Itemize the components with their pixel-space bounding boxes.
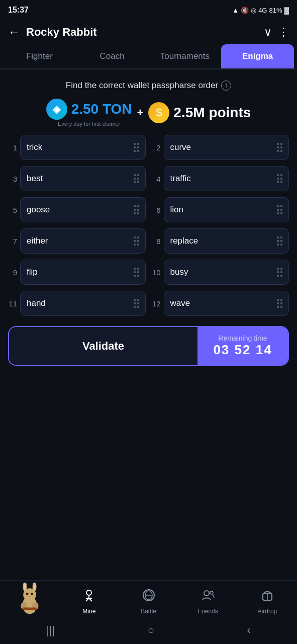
points-reward: $ 2.5M points: [148, 102, 251, 123]
ton-amount: 2.50 TON: [71, 101, 132, 117]
word-box-3[interactable]: best: [20, 166, 146, 191]
word-box-9[interactable]: flip: [20, 260, 146, 285]
word-box-6[interactable]: lion: [164, 197, 289, 222]
word-num-7: 7: [8, 237, 17, 246]
drag-icon-2: [277, 143, 282, 152]
word-cell-8: 8 replace: [152, 228, 289, 254]
tabs-bar: Fighter Coach Tournaments Enigma: [0, 44, 297, 69]
tab-tournaments[interactable]: Tournaments: [149, 44, 222, 68]
drag-icon-8: [277, 236, 282, 246]
word-text-6: lion: [170, 205, 183, 215]
tab-fighter[interactable]: Fighter: [3, 44, 76, 68]
points-amount: 2.5M points: [173, 105, 251, 121]
svg-point-7: [31, 593, 33, 595]
drag-icon-4: [277, 174, 282, 183]
svg-point-5: [33, 583, 36, 590]
svg-point-20: [204, 591, 209, 596]
word-text-7: either: [27, 236, 48, 246]
friends-icon: [201, 588, 215, 606]
nav-item-mascot[interactable]: [0, 585, 59, 617]
mine-label: Mine: [82, 608, 95, 615]
word-box-8[interactable]: replace: [164, 228, 289, 254]
status-wifi-icon: ◎: [251, 7, 256, 14]
status-icons: ▲ 🔇 ◎ 4G 81% ▓: [232, 7, 289, 14]
info-icon[interactable]: i: [221, 80, 231, 91]
enigma-title: Find the correct wallet passpharse order…: [8, 80, 289, 91]
drag-icon-9: [134, 268, 139, 277]
battle-label: Battle: [141, 608, 156, 615]
timer-value: 03 52 14: [213, 342, 272, 358]
svg-rect-11: [23, 608, 37, 610]
friends-label: Friends: [198, 608, 218, 615]
word-box-7[interactable]: either: [20, 228, 146, 254]
nav-item-friends[interactable]: Friends: [178, 586, 238, 617]
word-num-2: 2: [152, 143, 161, 152]
drag-icon-5: [134, 205, 139, 214]
word-text-11: hand: [27, 298, 46, 308]
header: ← Rocky Rabbit ∨ ⋮: [0, 20, 297, 44]
word-box-5[interactable]: goose: [20, 197, 146, 222]
svg-point-12: [86, 590, 91, 595]
word-num-5: 5: [8, 206, 17, 214]
drag-icon-10: [277, 268, 282, 277]
word-cell-1: 1 trick: [8, 135, 146, 160]
chevron-down-icon[interactable]: ∨: [264, 26, 272, 39]
word-text-10: busy: [170, 267, 188, 277]
word-box-11[interactable]: hand: [20, 291, 146, 316]
ton-sub: Every day for first claimer: [58, 121, 120, 127]
android-back-btn[interactable]: ‹: [247, 624, 250, 637]
android-home-btn[interactable]: ○: [148, 624, 154, 637]
android-menu-btn[interactable]: |||: [46, 624, 55, 637]
mascot-icon: [14, 583, 46, 615]
svg-point-6: [26, 593, 29, 595]
status-battery-icon: ▓: [284, 7, 289, 14]
word-num-6: 6: [152, 206, 161, 214]
airdrop-label: Airdrop: [258, 608, 277, 615]
validate-row: Validate Remaining time 03 52 14: [8, 326, 289, 366]
word-cell-2: 2 curve: [152, 135, 289, 160]
tab-enigma[interactable]: Enigma: [221, 44, 294, 68]
word-cell-7: 7 either: [8, 228, 146, 254]
ton-icon: ◈: [46, 99, 67, 120]
word-box-4[interactable]: traffic: [164, 166, 289, 191]
word-text-1: trick: [27, 142, 42, 152]
status-battery: 81%: [269, 7, 282, 14]
enigma-content: Find the correct wallet passpharse order…: [0, 71, 297, 580]
ton-reward: ◈ 2.50 TON Every day for first claimer: [46, 99, 132, 127]
word-num-10: 10: [152, 268, 161, 277]
drag-icon-11: [134, 299, 139, 308]
nav-item-airdrop[interactable]: Airdrop: [238, 586, 297, 617]
more-options-icon[interactable]: ⋮: [278, 26, 289, 39]
word-box-12[interactable]: wave: [164, 291, 289, 316]
drag-icon-1: [134, 143, 139, 152]
word-text-8: replace: [170, 236, 199, 246]
word-cell-5: 5 goose: [8, 197, 146, 222]
word-num-9: 9: [8, 268, 17, 277]
drag-icon-12: [277, 299, 282, 308]
word-box-2[interactable]: curve: [164, 135, 289, 160]
word-cell-11: 11 hand: [8, 291, 146, 316]
word-cell-6: 6 lion: [152, 197, 289, 222]
reward-row: ◈ 2.50 TON Every day for first claimer +…: [8, 99, 289, 127]
word-cell-9: 9 flip: [8, 260, 146, 285]
airdrop-icon: [260, 588, 274, 606]
drag-icon-3: [134, 174, 139, 183]
validate-button[interactable]: Validate: [9, 327, 197, 365]
nav-item-mine[interactable]: Mine: [59, 586, 119, 617]
battle-icon: [142, 588, 156, 606]
word-box-10[interactable]: busy: [164, 260, 289, 285]
word-cell-12: 12 wave: [152, 291, 289, 316]
word-num-11: 11: [8, 299, 17, 308]
word-text-4: traffic: [170, 174, 191, 184]
nav-item-battle[interactable]: Battle: [119, 586, 178, 617]
word-num-3: 3: [8, 175, 17, 183]
back-button[interactable]: ←: [8, 25, 20, 39]
coin-icon: $: [148, 102, 169, 123]
tab-coach[interactable]: Coach: [76, 44, 149, 68]
status-4g-icon: 4G: [258, 7, 267, 14]
word-cell-3: 3 best: [8, 166, 146, 191]
drag-icon-6: [277, 205, 282, 214]
word-box-1[interactable]: trick: [20, 135, 146, 160]
android-nav-bar: ||| ○ ‹: [0, 619, 297, 644]
word-cell-10: 10 busy: [152, 260, 289, 285]
